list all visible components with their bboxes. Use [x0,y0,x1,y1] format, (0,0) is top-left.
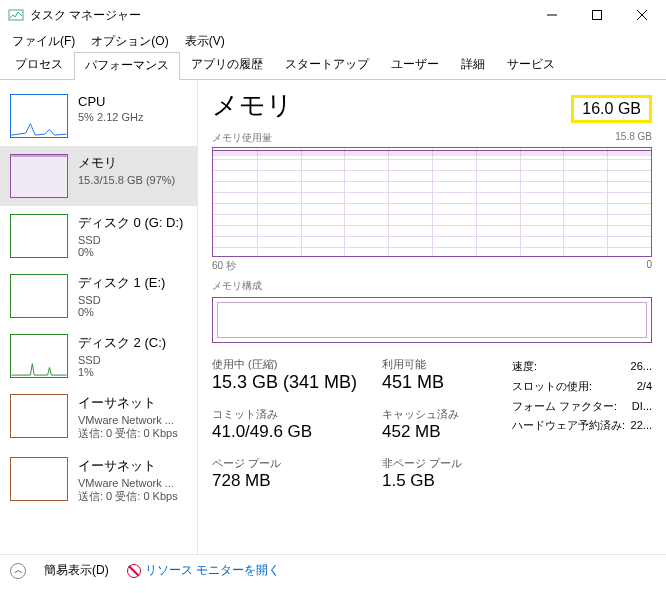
detail-column: 速度:26... スロットの使用:2/4 フォーム ファクター:DI... ハー… [512,357,652,491]
sidebar-item-sub: 5% 2.12 GHz [78,111,189,123]
sidebar-item-sub2: 送信: 0 受信: 0 Kbps [78,489,189,504]
tab-performance[interactable]: パフォーマンス [74,52,180,80]
sidebar-sparkline [10,274,68,318]
sidebar-sparkline [10,154,68,198]
menu-bar: ファイル(F) オプション(O) 表示(V) [0,30,666,52]
resource-monitor-link[interactable]: リソース モニターを開く [127,562,280,579]
sidebar-item-sub2: 1% [78,366,189,378]
app-icon [8,7,24,23]
tab-users[interactable]: ユーザー [380,51,450,79]
content-area: CPU5% 2.12 GHzメモリ15.3/15.8 GB (97%)ディスク … [0,80,666,554]
tab-details[interactable]: 詳細 [450,51,496,79]
sidebar-item-sub2: 0% [78,246,189,258]
sidebar-item-sub2: 送信: 0 受信: 0 Kbps [78,426,189,441]
tab-startup[interactable]: スタートアップ [274,51,380,79]
tab-services[interactable]: サービス [496,51,566,79]
stat-cached: キャッシュ済み 452 MB [382,407,512,442]
composition-label: メモリ構成 [212,279,262,293]
sidebar-item-title: ディスク 0 (G: D:) [78,214,189,232]
total-memory: 16.0 GB [571,95,652,123]
sidebar-sparkline [10,394,68,438]
sidebar-item[interactable]: ディスク 2 (C:)SSD1% [0,326,197,386]
tab-app-history[interactable]: アプリの履歴 [180,51,274,79]
stat-committed: コミット済み 41.0/49.6 GB [212,407,382,442]
menu-options[interactable]: オプション(O) [85,31,174,52]
sidebar-item-title: CPU [78,94,189,109]
tab-strip: プロセス パフォーマンス アプリの履歴 スタートアップ ユーザー 詳細 サービス [0,52,666,80]
sidebar-item-sub2: 0% [78,306,189,318]
sidebar-item-title: ディスク 2 (C:) [78,334,189,352]
sidebar-item-title: イーサネット [78,457,189,475]
window-title: タスク マネージャー [30,7,529,24]
sidebar-item-sub: VMware Network ... [78,414,189,426]
stat-paged: ページ プール 728 MB [212,456,382,491]
stat-available: 利用可能 451 MB [382,357,512,393]
sidebar-item-sub: SSD [78,234,189,246]
sidebar-item[interactable]: イーサネットVMware Network ...送信: 0 受信: 0 Kbps [0,449,197,512]
minimize-button[interactable] [529,1,574,29]
stat-in-use: 使用中 (圧縮) 15.3 GB (341 MB) [212,357,382,393]
sidebar-item-title: メモリ [78,154,189,172]
memory-composition-graph[interactable] [212,297,652,343]
sidebar-item[interactable]: ディスク 1 (E:)SSD0% [0,266,197,326]
usage-max: 15.8 GB [615,131,652,145]
sidebar-sparkline [10,457,68,501]
axis-left: 60 秒 [212,259,236,273]
svg-rect-2 [592,11,601,20]
sidebar-item-sub: VMware Network ... [78,477,189,489]
title-bar: タスク マネージャー [0,0,666,30]
menu-file[interactable]: ファイル(F) [6,31,81,52]
fewer-details-button[interactable]: 簡易表示(D) [44,562,109,579]
stats-grid: 使用中 (圧縮) 15.3 GB (341 MB) 利用可能 451 MB 速度… [212,357,652,491]
sidebar-sparkline [10,334,68,378]
window-controls [529,1,664,29]
chevron-up-icon[interactable]: ︿ [10,563,26,579]
usage-label: メモリ使用量 [212,131,272,145]
stat-nonpaged: 非ページ プール 1.5 GB [382,456,512,491]
maximize-button[interactable] [574,1,619,29]
sidebar-sparkline [10,94,68,138]
sidebar-item-sub: 15.3/15.8 GB (97%) [78,174,189,186]
main-panel: メモリ 16.0 GB メモリ使用量 15.8 GB 60 秒 0 メモリ構成 … [198,80,666,554]
close-button[interactable] [619,1,664,29]
sidebar: CPU5% 2.12 GHzメモリ15.3/15.8 GB (97%)ディスク … [0,80,198,554]
memory-usage-graph[interactable] [212,147,652,257]
sidebar-item[interactable]: メモリ15.3/15.8 GB (97%) [0,146,197,206]
menu-view[interactable]: 表示(V) [179,31,231,52]
footer: ︿ 簡易表示(D) リソース モニターを開く [0,554,666,586]
tab-processes[interactable]: プロセス [4,51,74,79]
sidebar-item[interactable]: CPU5% 2.12 GHz [0,86,197,146]
svg-rect-5 [11,156,66,197]
sidebar-item[interactable]: イーサネットVMware Network ...送信: 0 受信: 0 Kbps [0,386,197,449]
sidebar-item-title: ディスク 1 (E:) [78,274,189,292]
sidebar-item-sub: SSD [78,354,189,366]
sidebar-item-title: イーサネット [78,394,189,412]
prohibit-icon [127,564,141,578]
sidebar-sparkline [10,214,68,258]
axis-right: 0 [646,259,652,273]
sidebar-item[interactable]: ディスク 0 (G: D:)SSD0% [0,206,197,266]
sidebar-item-sub: SSD [78,294,189,306]
page-title: メモリ [212,88,293,123]
